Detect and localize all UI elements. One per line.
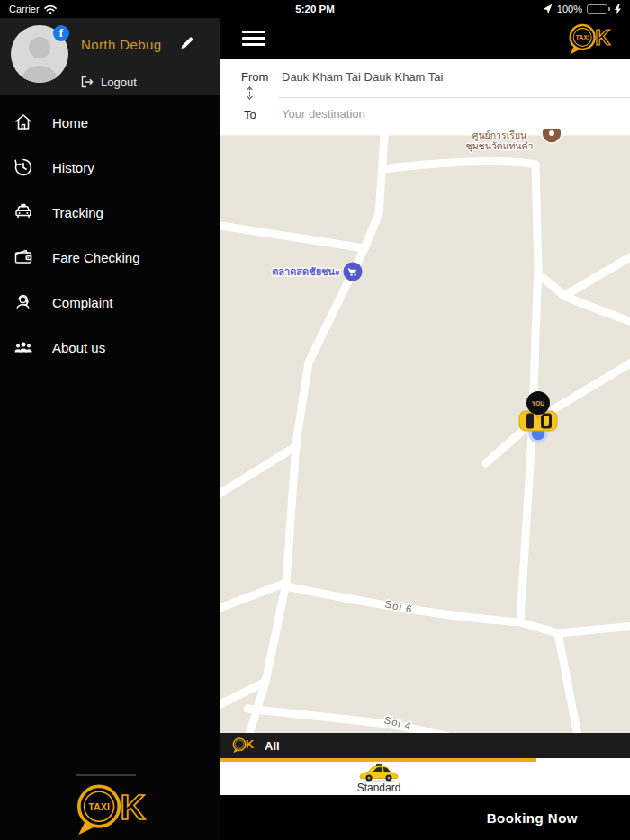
profile-section: f North Debug Logout [0,18,220,95]
logout-button[interactable]: Logout [79,75,137,89]
svg-text:K: K [246,737,255,751]
battery-icon [587,4,608,14]
main-panel: TAXI K From To [220,18,630,840]
svg-text:K: K [120,788,145,827]
wallet-icon [13,246,34,268]
carrier-label: Carrier [9,4,40,14]
svg-text:K: K [595,26,610,49]
destination-input[interactable] [282,104,623,122]
sidebar: f North Debug Logout Home [0,18,220,840]
hamburger-menu-icon[interactable] [242,31,266,50]
booking-now-button[interactable]: Booking Now [487,810,578,826]
taxi-sideview-icon [358,763,400,782]
sidebar-item-about-us[interactable]: About us [0,325,220,370]
home-icon [13,112,34,133]
route-form: From To [220,59,630,129]
sidebar-item-home[interactable]: Home [0,100,220,145]
sidebar-menu: Home History Tracking [0,100,220,370]
svg-text:TAXI: TAXI [576,34,590,40]
vehicle-name: Standard [338,782,419,793]
from-input[interactable] [282,67,623,85]
logout-label: Logout [101,76,137,89]
app-header: TAXI K [220,18,630,59]
wifi-icon [44,4,57,14]
facebook-badge-icon: f [53,25,69,41]
map-background [220,129,630,733]
divider [76,774,136,776]
charging-bolt-icon [615,4,621,14]
swap-direction-icon[interactable] [244,85,256,101]
divider [279,97,630,98]
to-label: To [244,108,256,121]
battery-percent: 100% [557,4,582,14]
sidebar-item-tracking[interactable]: Tracking [0,190,220,235]
sidebar-item-history[interactable]: History [0,145,220,190]
clock: 5:20 PM [295,4,334,14]
edit-profile-icon[interactable] [178,34,196,52]
svg-text:ชุมชนวัดแท่นคำ: ชุมชนวัดแท่นคำ [466,140,534,152]
taxi-ok-logo-small: K [230,737,256,755]
taxi-icon [13,201,34,223]
location-arrow-icon [543,4,553,14]
booking-bar: Booking Now [220,795,630,840]
filter-all-label: All [265,739,280,753]
from-label: From [241,70,268,84]
people-group-icon [13,336,34,358]
taxi-ok-logo: TAXI K [562,22,617,58]
status-bar: Carrier 5:20 PM 100% [0,0,630,18]
taxi-ok-logo-sidebar: TAXI K [62,781,159,840]
profile-name: North Debug [81,37,161,52]
vehicle-option-standard[interactable]: Standard [338,762,419,795]
svg-text:ตลาดสดชัยชนะ: ตลาดสดชัยชนะ [272,266,340,277]
history-icon [13,156,34,178]
svg-text:TAXI: TAXI [88,801,110,812]
vehicle-list: Standard [220,762,630,795]
support-agent-icon [13,291,34,313]
map-canvas[interactable]: ศูนย์การเรียน ชุมชนวัดแท่นคำ ตลาดสดชัยชน… [220,129,630,733]
sidebar-item-fare-checking[interactable]: Fare Checking [0,235,220,280]
logout-icon [79,75,94,89]
sidebar-item-complaint[interactable]: Complaint [0,280,220,325]
vehicle-filter-all[interactable]: K All [220,733,630,758]
svg-text:YOU: YOU [532,400,544,407]
